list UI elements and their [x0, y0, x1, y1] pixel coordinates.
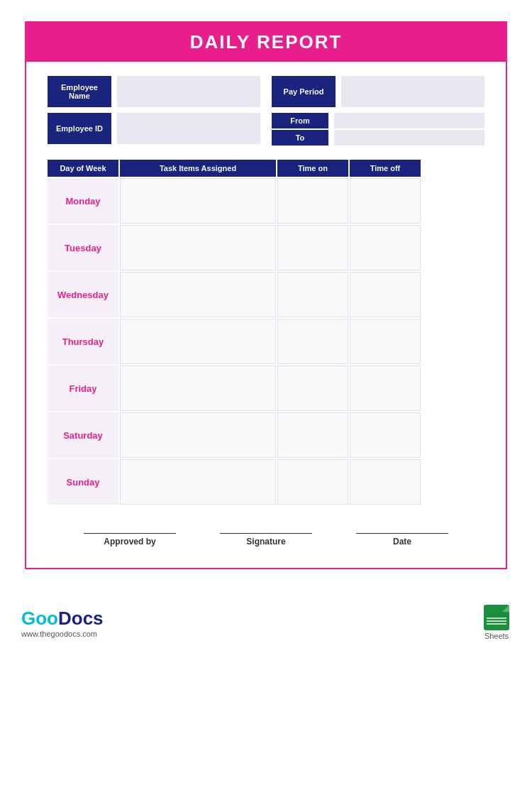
- table-row: Thursday: [48, 319, 484, 364]
- day-cell-sunday: Sunday: [48, 459, 118, 505]
- brand-logo: GooDocs: [21, 608, 104, 630]
- day-label-thursday: Thursday: [62, 336, 104, 347]
- time-off-cell-wednesday[interactable]: [350, 272, 421, 317]
- sheets-line-3: [487, 623, 506, 625]
- table-body: Monday Tuesday: [48, 178, 484, 505]
- th-day-of-week: Day of Week: [48, 160, 118, 177]
- time-on-cell-monday[interactable]: [277, 178, 348, 224]
- report-container: DAILY REPORT EmployeeName Em: [25, 21, 507, 569]
- brand-ocs: ocs: [72, 608, 104, 629]
- sheets-label: Sheets: [484, 632, 509, 640]
- report-header: DAILY REPORT: [26, 23, 506, 62]
- day-cell-wednesday: Wednesday: [48, 272, 118, 317]
- from-to-row: From To: [272, 113, 484, 146]
- day-cell-friday: Friday: [48, 366, 118, 411]
- from-input[interactable]: [334, 113, 484, 128]
- signature-line: [220, 533, 312, 534]
- brand-logo-text: GooDocs: [21, 608, 104, 629]
- sheets-lines: [487, 618, 506, 625]
- day-label-monday: Monday: [65, 196, 100, 207]
- footer-section: GooDocs www.thegoodocs.com Sheets: [0, 598, 532, 647]
- date-item: Date: [356, 533, 448, 547]
- table-row: Wednesday: [48, 272, 484, 317]
- from-to-values: [334, 113, 484, 146]
- sheets-icon-container: Sheets: [482, 605, 511, 640]
- task-cell-wednesday[interactable]: [120, 272, 276, 317]
- employee-name-row: EmployeeName: [48, 76, 260, 107]
- brand-left: GooDocs www.thegoodocs.com: [21, 608, 104, 638]
- task-cell-thursday[interactable]: [120, 319, 276, 364]
- brand-goo: Goo: [21, 608, 58, 629]
- time-on-cell-friday[interactable]: [277, 366, 348, 411]
- table-section: Day of Week Task Items Assigned Time on …: [48, 160, 484, 505]
- fields-section: EmployeeName Employee ID Pay Period: [48, 76, 484, 146]
- date-line: [356, 533, 448, 534]
- employee-id-label: Employee ID: [48, 113, 111, 144]
- sheets-line-2: [487, 620, 506, 622]
- fields-left: EmployeeName Employee ID: [48, 76, 260, 146]
- table-row: Sunday: [48, 459, 484, 505]
- time-on-cell-thursday[interactable]: [277, 319, 348, 364]
- time-on-cell-wednesday[interactable]: [277, 272, 348, 317]
- time-off-cell-monday[interactable]: [350, 178, 421, 224]
- day-label-tuesday: Tuesday: [65, 243, 101, 253]
- signature-item: Signature: [220, 533, 312, 547]
- time-off-cell-saturday[interactable]: [350, 412, 421, 458]
- time-off-cell-tuesday[interactable]: [350, 225, 421, 270]
- th-task-items: Task Items Assigned: [120, 160, 276, 177]
- day-cell-saturday: Saturday: [48, 412, 118, 458]
- fields-right: Pay Period From To: [272, 76, 484, 146]
- time-on-cell-sunday[interactable]: [277, 459, 348, 505]
- employee-id-input[interactable]: [117, 113, 260, 144]
- time-off-cell-friday[interactable]: [350, 366, 421, 411]
- from-label: From: [272, 113, 328, 128]
- to-input[interactable]: [334, 130, 484, 146]
- pay-period-label: Pay Period: [272, 76, 336, 107]
- signature-label: Signature: [246, 537, 285, 547]
- table-row: Saturday: [48, 412, 484, 458]
- sheets-icon-img: [484, 605, 509, 630]
- day-label-friday: Friday: [69, 383, 96, 394]
- employee-name-input[interactable]: [117, 76, 260, 107]
- table-row: Monday: [48, 178, 484, 224]
- page-wrapper: DAILY REPORT EmployeeName Em: [0, 0, 532, 812]
- th-time-on: Time on: [277, 160, 348, 177]
- table-header-row: Day of Week Task Items Assigned Time on …: [48, 160, 484, 177]
- time-on-cell-tuesday[interactable]: [277, 225, 348, 270]
- day-cell-tuesday: Tuesday: [48, 225, 118, 270]
- pay-period-input[interactable]: [341, 76, 484, 107]
- day-cell-thursday: Thursday: [48, 319, 118, 364]
- task-cell-saturday[interactable]: [120, 412, 276, 458]
- time-off-cell-thursday[interactable]: [350, 319, 421, 364]
- task-cell-monday[interactable]: [120, 178, 276, 224]
- table-row: Friday: [48, 366, 484, 411]
- pay-period-row: Pay Period: [272, 76, 484, 107]
- brand-url: www.thegoodocs.com: [21, 630, 97, 638]
- signature-section: Approved by Signature Date: [48, 533, 484, 547]
- approved-by-line: [84, 533, 176, 534]
- task-cell-friday[interactable]: [120, 366, 276, 411]
- approved-by-item: Approved by: [84, 533, 176, 547]
- employee-id-row: Employee ID: [48, 113, 260, 144]
- approved-by-label: Approved by: [104, 537, 155, 547]
- to-label: To: [272, 130, 328, 146]
- time-off-cell-sunday[interactable]: [350, 459, 421, 505]
- sheets-corner: [502, 605, 509, 612]
- time-on-cell-saturday[interactable]: [277, 412, 348, 458]
- report-body: EmployeeName Employee ID Pay Period: [26, 62, 506, 568]
- employee-name-label: EmployeeName: [48, 76, 111, 107]
- day-label-sunday: Sunday: [67, 477, 100, 488]
- task-cell-sunday[interactable]: [120, 459, 276, 505]
- sheets-line-1: [487, 618, 506, 619]
- task-cell-tuesday[interactable]: [120, 225, 276, 270]
- from-to-labels: From To: [272, 113, 328, 146]
- date-label: Date: [393, 537, 411, 547]
- report-title: DAILY REPORT: [26, 31, 506, 53]
- day-cell-monday: Monday: [48, 178, 118, 224]
- day-label-saturday: Saturday: [63, 430, 103, 441]
- table-row: Tuesday: [48, 225, 484, 270]
- day-label-wednesday: Wednesday: [57, 290, 109, 300]
- th-time-off: Time off: [350, 160, 421, 177]
- brand-d: D: [58, 608, 72, 629]
